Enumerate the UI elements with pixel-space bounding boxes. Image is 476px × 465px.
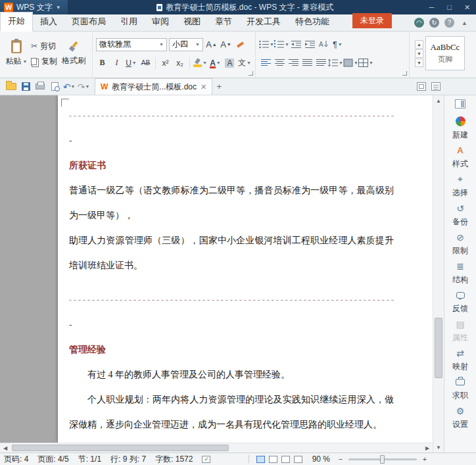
char-shading-button[interactable]: A	[224, 57, 236, 69]
restore-window-icon[interactable]	[417, 82, 426, 91]
sidebar-item-restrict[interactable]: ⊘ 限制	[444, 230, 476, 258]
tab-references[interactable]: 引用	[113, 13, 145, 31]
sidebar-item-structure[interactable]: ≣ 结构	[444, 258, 476, 287]
login-button[interactable]: 未登录	[352, 13, 392, 28]
zoom-slider-thumb[interactable]	[380, 455, 385, 464]
underline-button[interactable]: U▼	[125, 57, 137, 69]
align-right-button[interactable]	[287, 57, 300, 69]
align-left-button[interactable]	[259, 57, 273, 69]
tab-home[interactable]: 开始	[0, 12, 33, 32]
distribute-button[interactable]	[314, 57, 328, 69]
word-count-status[interactable]: 字数: 1572	[155, 454, 193, 465]
sort-button[interactable]: A	[317, 38, 331, 51]
zoom-out-button[interactable]: −	[337, 455, 345, 463]
sidebar-item-settings[interactable]: ⚙ 设置	[444, 403, 476, 432]
sidebar-item-new[interactable]: 新建	[444, 114, 476, 143]
increase-indent-button[interactable]	[303, 38, 317, 51]
line-spacing-button[interactable]: ▼	[328, 57, 343, 69]
sidebar-item-backup[interactable]: ↺ 备份	[444, 201, 476, 230]
tab-view[interactable]: 视图	[176, 13, 208, 31]
print-button[interactable]	[33, 80, 47, 94]
document-tab[interactable]: W 教育学硕士简...模板.doc ✕	[95, 78, 212, 95]
decrease-indent-button[interactable]	[289, 38, 303, 51]
sidebar-item-feedback[interactable]: 反馈	[444, 287, 476, 316]
align-center-button[interactable]	[273, 57, 287, 69]
document-page[interactable]: ----------------------------------------…	[58, 95, 433, 443]
minimize-button[interactable]: ─	[423, 0, 440, 14]
vertical-scrollbar[interactable]: ▲ ▼	[433, 95, 444, 453]
tab-developer[interactable]: 开发工具	[239, 13, 288, 31]
subscript-button[interactable]: x₂	[174, 57, 186, 69]
decrease-font-button[interactable]: A▼	[220, 38, 232, 51]
undo-button[interactable]: ↶▼	[62, 80, 76, 94]
style-gallery-down-icon[interactable]: ▼	[415, 49, 423, 58]
font-dialog-launcher-icon[interactable]	[249, 71, 253, 76]
open-button[interactable]	[4, 80, 18, 94]
zoom-slider[interactable]	[348, 458, 417, 460]
outline-view-icon[interactable]	[294, 456, 302, 463]
new-tab-button[interactable]: +	[212, 80, 226, 93]
shading-button[interactable]: ▼	[343, 57, 358, 69]
highlight-button[interactable]: ▼	[193, 57, 207, 69]
format-painter-button[interactable]: 格式刷	[59, 35, 89, 72]
skin-theme-icon[interactable]: ◠	[414, 18, 424, 28]
show-paragraph-marks-button[interactable]: ¶▼	[331, 38, 345, 51]
print-preview-button[interactable]	[47, 80, 62, 94]
tab-special-features[interactable]: 特色功能	[288, 13, 337, 31]
collapse-sidebar-icon[interactable]	[455, 99, 465, 109]
numbered-list-button[interactable]: ▼	[274, 38, 289, 51]
spellcheck-icon[interactable]: ✓	[202, 456, 210, 463]
tab-insert[interactable]: 插入	[33, 13, 64, 31]
font-color-button[interactable]: A▼	[209, 57, 222, 69]
bold-button[interactable]: B	[96, 57, 108, 69]
tab-page-layout[interactable]: 页面布局	[64, 13, 113, 31]
tab-review[interactable]: 审阅	[145, 13, 176, 31]
page-view-icon[interactable]	[256, 456, 265, 463]
tab-list-icon[interactable]	[431, 82, 440, 91]
close-button[interactable]: ✕	[458, 0, 476, 14]
borders-button[interactable]: ▼	[358, 57, 373, 69]
scroll-up-icon[interactable]: ▲	[433, 95, 444, 106]
task-sidebar: 新建 A 样式 ⌖ 选择 ↺ 备份 ⊘ 限制 ≣ 结构 反馈 ▤ 属性 ⇄ 映射…	[444, 95, 476, 453]
style-gallery-up-icon[interactable]: ▲	[415, 40, 423, 49]
tab-section[interactable]: 章节	[208, 13, 239, 31]
sidebar-item-styles[interactable]: A 样式	[444, 143, 476, 172]
bullet-list-button[interactable]: ▼	[259, 38, 274, 51]
italic-button[interactable]: I	[110, 57, 123, 69]
close-tab-icon[interactable]: ✕	[201, 83, 206, 91]
paragraph-dialog-launcher-icon[interactable]	[402, 71, 407, 76]
font-name-select[interactable]: 微软雅黑 ▼	[96, 38, 167, 51]
web-view-icon[interactable]	[281, 456, 290, 463]
sidebar-item-job[interactable]: 求职	[444, 374, 476, 403]
clear-format-button[interactable]	[234, 38, 247, 51]
save-button[interactable]	[18, 80, 33, 94]
fullscreen-view-icon[interactable]	[269, 456, 277, 463]
zoom-in-button[interactable]: +	[421, 455, 429, 463]
scroll-right-icon[interactable]: ▶	[422, 443, 433, 453]
scroll-down-icon[interactable]: ▼	[433, 442, 444, 453]
cut-button[interactable]: ✂ 剪切	[31, 41, 57, 52]
scroll-left-icon[interactable]: ◀	[0, 443, 11, 453]
document-content[interactable]: ----------------------------------------…	[69, 103, 394, 437]
vertical-scroll-thumb[interactable]	[435, 318, 442, 378]
font-size-select[interactable]: 小四 ▼	[169, 38, 203, 51]
maximize-button[interactable]: □	[440, 0, 458, 14]
increase-font-button[interactable]: A▲	[205, 38, 218, 51]
sidebar-item-mapping[interactable]: ⇄ 映射	[444, 345, 476, 374]
pinyin-guide-button[interactable]: 文▼	[238, 57, 251, 69]
sync-icon[interactable]: ↻	[429, 18, 439, 28]
collapse-ribbon-icon[interactable]: ▲	[460, 18, 469, 28]
style-item-footer[interactable]: AaBbCc 页脚	[425, 36, 465, 70]
horizontal-scroll-thumb[interactable]	[12, 445, 229, 451]
horizontal-scrollbar[interactable]: ◀ ▶	[0, 443, 433, 453]
zoom-level-label[interactable]: 90 %	[312, 454, 330, 464]
justify-button[interactable]	[300, 57, 314, 69]
copy-button[interactable]: 复制	[31, 56, 57, 67]
sidebar-item-select[interactable]: ⌖ 选择	[444, 172, 476, 201]
strikethrough-button[interactable]: AB	[139, 57, 152, 69]
superscript-button[interactable]: x²	[159, 57, 172, 69]
help-icon[interactable]: ?	[444, 18, 454, 28]
paste-button[interactable]: 粘贴▼	[3, 35, 30, 72]
style-gallery-more-icon[interactable]: ▼	[415, 59, 423, 67]
redo-button[interactable]: ↷▼	[76, 80, 91, 94]
